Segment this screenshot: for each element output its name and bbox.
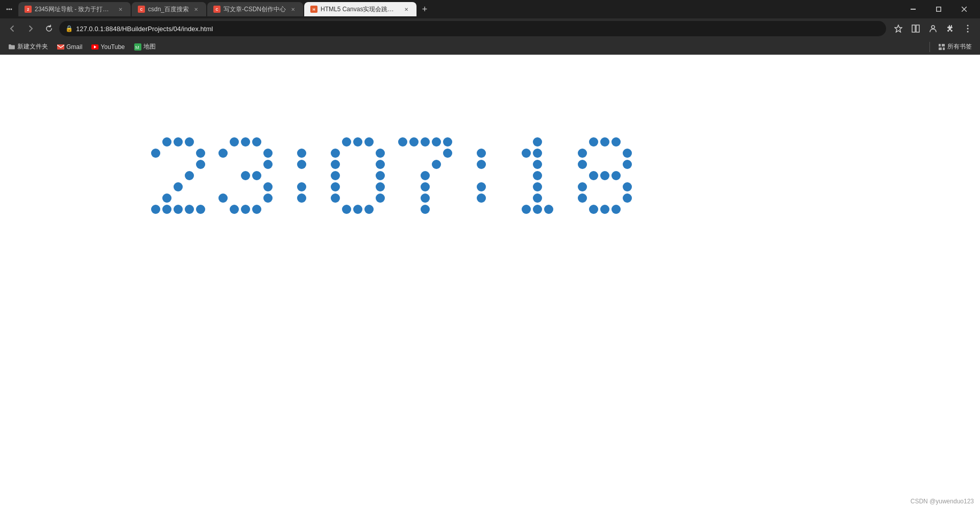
folder-icon (8, 43, 15, 51)
svg-point-12 (967, 28, 969, 30)
address-input-wrap[interactable]: 🔒 (59, 21, 886, 36)
tab-html5[interactable]: H HTML5 Canvas实现会跳舞的… ✕ (304, 2, 416, 16)
bookmark-youtube-label: YouTube (101, 43, 125, 51)
tab-2345[interactable]: 2 2345网址导航 - 致力于打造百… ✕ (18, 2, 131, 16)
secure-icon: 🔒 (65, 25, 73, 32)
back-button[interactable] (4, 20, 20, 37)
svg-rect-20 (942, 44, 945, 46)
svg-point-11 (967, 25, 969, 27)
all-bookmarks[interactable]: 所有书签 (934, 40, 976, 53)
tab-write[interactable]: C 写文章-CSDN创作中心 ✕ (207, 2, 303, 16)
tab-close-html5[interactable]: ✕ (402, 5, 410, 13)
youtube-icon (91, 43, 99, 51)
tab-add-button[interactable]: + (418, 2, 432, 16)
svg-rect-9 (916, 25, 919, 32)
extensions-button[interactable] (942, 20, 959, 37)
all-bookmarks-label: 所有书签 (947, 42, 972, 51)
bookmark-maps-label: 地图 (143, 42, 156, 51)
bookmark-gmail[interactable]: Gmail (53, 41, 86, 53)
bookmarks-bar: 新建文件夹 Gmail YouTube M 地图 (0, 39, 980, 55)
tab-csdn[interactable]: C csdn_百度搜索 ✕ (132, 2, 206, 16)
profile-button[interactable] (925, 20, 941, 37)
tab-close-write[interactable]: ✕ (289, 5, 297, 13)
minimize-button[interactable] (901, 0, 925, 18)
gmail-icon (57, 43, 64, 51)
watermark: CSDN @yuwenduo123 (911, 498, 974, 505)
clock-canvas (0, 55, 980, 510)
svg-rect-8 (912, 25, 915, 32)
svg-rect-22 (943, 47, 945, 50)
more-button[interactable] (960, 20, 976, 37)
svg-point-0 (7, 9, 8, 10)
svg-rect-4 (937, 7, 941, 12)
bookmarks-right: 所有书签 (927, 40, 976, 53)
address-input[interactable] (76, 25, 880, 33)
tab-favicon-html5: H (310, 6, 317, 13)
page-content: CSDN @yuwenduo123 (0, 55, 980, 510)
bookmark-files[interactable]: 新建文件夹 (4, 40, 52, 53)
tab-favicon-2345: 2 (24, 6, 32, 13)
bookmark-files-label: 新建文件夹 (17, 42, 48, 51)
forward-button[interactable] (22, 20, 39, 37)
svg-point-1 (9, 9, 10, 10)
bookmarks-icon (938, 43, 945, 51)
tab-favicon-write: C (213, 6, 220, 13)
tab-favicon-csdn: C (138, 6, 145, 13)
bookmark-youtube[interactable]: YouTube (87, 41, 129, 53)
chrome-menu-icon[interactable] (4, 4, 14, 14)
tab-label-html5: HTML5 Canvas实现会跳舞的… (321, 5, 399, 14)
split-view-button[interactable] (908, 20, 924, 37)
close-button[interactable] (952, 0, 976, 18)
tab-close-csdn[interactable]: ✕ (192, 5, 200, 13)
tab-close-2345[interactable]: ✕ (116, 5, 125, 13)
tab-label-csdn: csdn_百度搜索 (148, 5, 189, 14)
svg-point-13 (967, 31, 969, 33)
bookmark-star-button[interactable] (890, 20, 906, 37)
svg-rect-19 (939, 44, 941, 46)
svg-rect-14 (57, 44, 64, 50)
svg-marker-7 (895, 25, 902, 32)
toolbar-actions (890, 20, 976, 37)
tab-label-write: 写文章-CSDN创作中心 (224, 5, 286, 14)
svg-rect-3 (911, 9, 916, 10)
svg-rect-21 (939, 47, 942, 50)
bookmark-maps[interactable]: M 地图 (130, 40, 160, 53)
maximize-button[interactable] (927, 0, 950, 18)
tab-label-2345: 2345网址导航 - 致力于打造百… (35, 5, 113, 14)
svg-text:M: M (135, 45, 139, 50)
window-controls (901, 0, 976, 18)
bookmark-gmail-label: Gmail (66, 43, 82, 51)
maps-icon: M (134, 43, 141, 51)
address-bar: 🔒 (0, 18, 980, 39)
browser-chrome: 2 2345网址导航 - 致力于打造百… ✕ C csdn_百度搜索 ✕ C 写… (0, 0, 980, 55)
tab-bar: 2 2345网址导航 - 致力于打造百… ✕ C csdn_百度搜索 ✕ C 写… (0, 0, 980, 18)
refresh-button[interactable] (41, 20, 57, 37)
svg-point-2 (11, 9, 12, 10)
svg-point-10 (932, 26, 935, 29)
bookmark-separator (929, 42, 930, 52)
